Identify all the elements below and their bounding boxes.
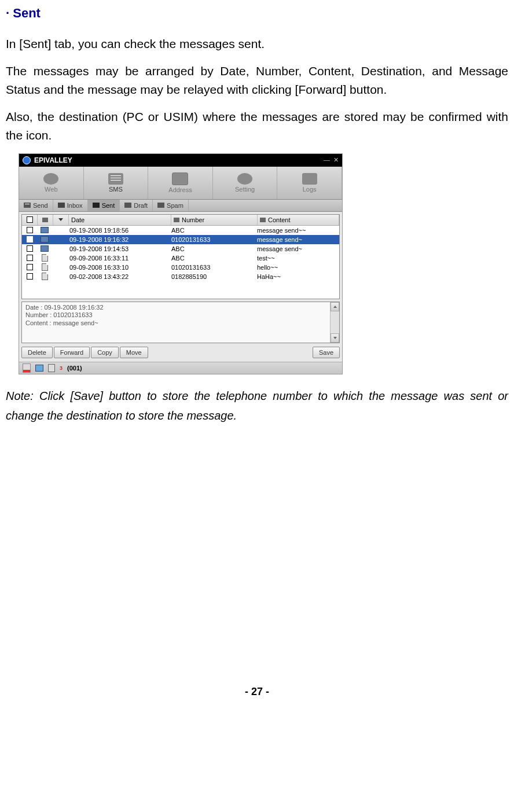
gear-icon [237, 173, 252, 185]
toolbar-web-label: Web [45, 186, 57, 193]
row-date: 09-02-2008 13:43:22 [67, 273, 169, 280]
row-checkbox[interactable] [22, 245, 37, 252]
scroll-up-button[interactable] [331, 302, 339, 311]
title-bar: EPIVALLEY — ✕ [19, 154, 342, 167]
row-number: 01020131633 [169, 264, 255, 271]
subtab-draft[interactable]: Draft [120, 200, 153, 211]
row-checkbox[interactable] [22, 255, 37, 261]
subtab-send[interactable]: Send [19, 200, 53, 211]
message-list: Date Number Content 09-19-2008 19:18:56A… [21, 214, 340, 299]
list-header: Date Number Content [22, 215, 339, 226]
usim-icon [42, 273, 48, 280]
forward-button[interactable]: Forward [54, 347, 90, 358]
subtab-inbox[interactable]: Inbox [53, 200, 88, 211]
col-checkbox[interactable] [22, 215, 38, 225]
table-row[interactable]: 09-02-2008 13:43:220182885190HaHa~~ [22, 272, 339, 281]
row-content: message send~ [255, 245, 339, 252]
signal-icon [23, 363, 31, 373]
rows-container: 09-19-2008 19:18:56ABCmessage send~~09-1… [22, 226, 339, 281]
row-content: hello~~ [255, 264, 339, 271]
toolbar-address[interactable]: Address [148, 167, 213, 199]
app-globe-icon [23, 156, 31, 164]
table-row[interactable]: 09-19-2008 19:14:53ABCmessage send~ [22, 244, 339, 253]
window-controls: — ✕ [324, 156, 339, 164]
page-number: - 27 - [6, 686, 508, 698]
row-content: HaHa~~ [255, 273, 339, 280]
globe-icon [43, 173, 58, 185]
note-text: Note: Click [Save] button to store the t… [6, 386, 508, 425]
row-number: ABC [169, 227, 255, 234]
toolbar-sms-label: SMS [109, 186, 123, 193]
subtab-spam[interactable]: Spam [153, 200, 189, 211]
table-row[interactable]: 09-19-2008 19:18:56ABCmessage send~~ [22, 226, 339, 235]
section-heading: · Sent [6, 6, 508, 21]
toolbar-sms[interactable]: SMS [84, 167, 149, 199]
row-content: message send~ [255, 236, 339, 243]
row-storage [37, 227, 52, 233]
toolbar-logs[interactable]: Logs [277, 167, 342, 199]
network-icon [35, 365, 43, 372]
envelope-icon [108, 173, 123, 185]
col-sort[interactable] [53, 215, 69, 225]
delete-button[interactable]: Delete [21, 347, 53, 358]
sent-icon [93, 203, 100, 208]
status-count: (001) [67, 365, 82, 372]
row-storage [37, 263, 52, 271]
row-checkbox[interactable] [22, 264, 37, 270]
toolbar-setting[interactable]: Setting [213, 167, 278, 199]
row-content: test~~ [255, 255, 339, 262]
draft-icon [124, 203, 131, 208]
usim-icon [42, 263, 48, 271]
sort-down-icon [58, 218, 63, 221]
close-button[interactable]: ✕ [333, 156, 339, 164]
usim-icon [42, 254, 48, 262]
action-buttons: Delete Forward Copy Move Save [19, 346, 342, 362]
col-content[interactable]: Content [258, 215, 339, 225]
row-checkbox[interactable] [22, 273, 37, 280]
row-checkbox[interactable] [22, 236, 37, 243]
status-bar: 3 (001) [19, 362, 342, 374]
table-row[interactable]: 09-09-2008 16:33:1001020131633hello~~ [22, 263, 339, 272]
inbox-icon [58, 203, 65, 208]
main-toolbar: Web SMS Address Setting Logs [19, 167, 342, 200]
msg-icon [260, 218, 266, 222]
chevron-up-icon [333, 306, 337, 308]
pc-icon [41, 236, 49, 243]
move-button[interactable]: Move [120, 347, 148, 358]
row-storage [37, 245, 52, 252]
col-date-label: Date [71, 216, 85, 223]
send-icon [24, 203, 31, 208]
col-date[interactable]: Date [69, 215, 171, 225]
subtab-spam-label: Spam [167, 202, 183, 209]
row-storage [37, 254, 52, 262]
toolbar-web[interactable]: Web [19, 167, 84, 199]
scroll-down-button[interactable] [331, 333, 339, 343]
copy-button[interactable]: Copy [91, 347, 119, 358]
subtab-draft-label: Draft [134, 202, 148, 209]
phone-icon [174, 218, 179, 222]
intro-paragraph-3: Also, the destination (PC or USIM) where… [6, 108, 508, 145]
minimize-button[interactable]: — [324, 156, 330, 164]
col-number-label: Number [182, 216, 204, 223]
subtab-inbox-label: Inbox [67, 202, 83, 209]
toolbar-address-label: Address [168, 186, 192, 193]
row-checkbox[interactable] [22, 227, 37, 233]
pc-icon [41, 245, 49, 252]
row-date: 09-09-2008 16:33:10 [67, 264, 169, 271]
row-date: 09-19-2008 19:18:56 [67, 227, 169, 234]
app-title: EPIVALLEY [34, 156, 324, 164]
chevron-down-icon [333, 337, 337, 339]
col-number[interactable]: Number [171, 215, 258, 225]
app-window: EPIVALLEY — ✕ Web SMS Address Setting Lo… [19, 153, 343, 374]
table-row[interactable]: 09-19-2008 19:16:3201020131633message se… [22, 235, 339, 244]
col-storage[interactable] [38, 215, 53, 225]
preview-date: Date : 09-19-2008 19:16:32 [25, 304, 336, 312]
sms-subtabs: Send Inbox Sent Draft Spam [19, 200, 342, 212]
preview-scrollbar[interactable] [330, 302, 339, 343]
table-row[interactable]: 09-09-2008 16:33:11ABCtest~~ [22, 253, 339, 263]
row-storage [37, 273, 52, 280]
message-preview: Date : 09-19-2008 19:16:32 Number : 0102… [21, 302, 340, 343]
subtab-sent[interactable]: Sent [88, 200, 120, 211]
save-button[interactable]: Save [313, 347, 340, 358]
intro-paragraph-1: In [Sent] tab, you can check the message… [6, 35, 508, 54]
